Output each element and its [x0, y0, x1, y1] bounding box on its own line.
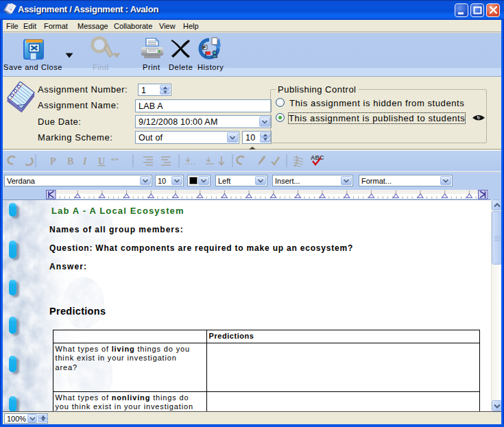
svg-text:P: P: [202, 45, 206, 51]
svg-text:I: I: [82, 156, 87, 167]
svg-text:B: B: [67, 156, 73, 167]
svg-text:ABC: ABC: [311, 154, 324, 161]
svg-text:P: P: [50, 156, 56, 167]
svg-text:“”: “”: [111, 156, 119, 164]
svg-text:U: U: [98, 156, 105, 167]
